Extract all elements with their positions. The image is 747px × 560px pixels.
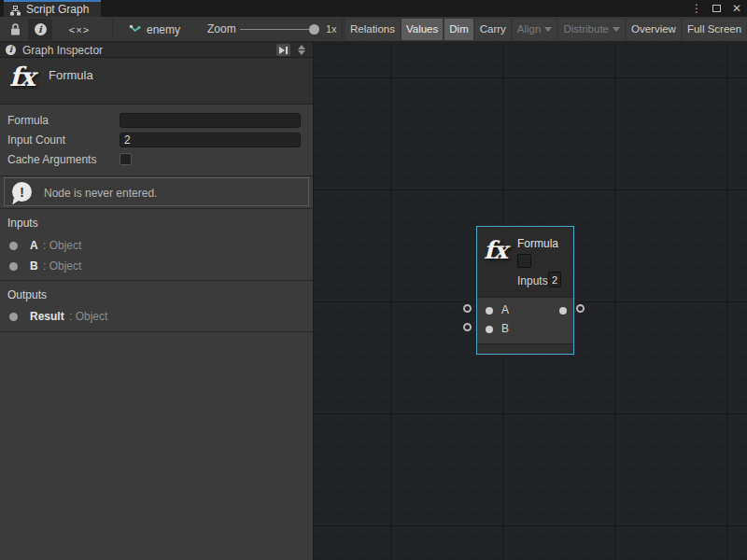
warning-bubble-icon: ! [12,182,32,202]
inspector-header-bar: i Graph Inspector [0,42,313,58]
inputs-section: Inputs A : Object B : Object [0,209,313,281]
arrow-down-icon [298,50,305,55]
distribute-label: Distribute [563,19,609,40]
menu-kebab-icon[interactable]: ⋮ [690,0,703,17]
zoom-value-label: 1x [326,17,337,42]
input-port-a-label: A [501,303,509,316]
formula-node[interactable]: fx Formula Inputs 2 A B [476,226,574,355]
warning-zone: ! Node is never entered. [0,176,313,209]
node-inputs-label: Inputs [517,274,548,287]
distribute-button[interactable]: Distribute [558,19,625,40]
toolbar-separator [112,19,113,40]
zoom-slider-handle[interactable] [309,24,319,35]
cache-arguments-label: Cache Arguments [7,153,96,166]
toolbar-mode-buttons: Relations Values Dim Carry Align Distrib… [345,19,746,40]
input-count-label: Input Count [7,133,65,147]
close-icon[interactable]: ✕ [730,0,743,17]
graph-reference[interactable]: enemy [129,19,180,40]
toolbar-separator [342,19,343,40]
input-count-field-row: Input Count [0,131,313,150]
zoom-slider-track[interactable] [240,29,315,30]
port-dot-icon [9,313,18,321]
graph-icon [10,6,21,16]
inspector-title: Graph Inspector [22,44,103,57]
overview-button[interactable]: Overview [627,19,681,40]
input-port-a-icon[interactable] [486,307,493,315]
formula-node-footer [477,343,573,354]
inputs-header: Inputs [7,217,38,230]
port-name: B [30,259,38,273]
input-port-b-icon[interactable] [486,326,493,333]
tab-title: Script Graph [26,3,89,16]
cache-arguments-field-row: Cache Arguments [0,150,313,170]
cache-arguments-checkbox[interactable] [120,153,132,165]
window-controls: ⋮ ✕ [690,0,743,17]
port-connector-ring-result[interactable] [576,304,585,313]
graph-name-label: enemy [147,23,180,36]
port-type: : Object [43,239,81,252]
input-port-row-a: A : Object [0,237,313,254]
input-count-input[interactable] [120,133,301,147]
output-port-row-result: Result : Object [0,308,313,325]
output-port-result-icon[interactable] [559,307,567,315]
dock-icon [278,46,289,55]
graph-canvas[interactable]: fx Formula Inputs 2 A B [313,42,747,560]
input-port-b-label: B [501,322,509,335]
formula-node-ports: A B [477,297,573,343]
relations-button[interactable]: Relations [345,19,400,40]
port-connector-ring-a[interactable] [463,304,472,313]
port-type: : Object [69,310,107,323]
node-inputs-count-input[interactable]: 2 [548,272,561,287]
info-icon: i [35,23,47,35]
full-screen-button[interactable]: Full Screen [683,19,746,40]
formula-input[interactable] [120,113,301,128]
port-connector-ring-b[interactable] [463,323,472,331]
lock-icon [10,23,21,35]
port-type: : Object [43,259,81,273]
inspector-empty-area [0,332,313,560]
formula-field-label: Formula [7,114,49,127]
chevron-down-icon [544,27,552,32]
zoom-label: Zoom [207,17,236,42]
dim-button[interactable]: Dim [444,19,472,40]
formula-fx-icon: fx [9,62,35,92]
chevron-down-icon [613,27,620,32]
maximize-icon[interactable] [712,5,721,12]
unit-title: Formula [49,68,93,82]
graph-toolbar: i <×> enemy Zoom 1x Relations Values Dim… [0,17,747,42]
formula-field-row: Formula [0,111,313,131]
node-title: Formula [517,237,558,250]
align-label: Align [517,19,542,40]
formula-node-header: fx Formula Inputs 2 [477,227,573,297]
warning-text: Node is never entered. [44,187,157,200]
outputs-header: Outputs [7,288,47,301]
port-dot-icon [9,242,18,250]
node-formula-input[interactable] [517,254,531,268]
carry-button[interactable]: Carry [475,19,511,40]
warning-box: ! Node is never entered. [4,177,309,206]
tab-script-graph[interactable]: Script Graph [4,0,101,17]
arrow-up-icon [298,45,305,49]
align-button[interactable]: Align [513,19,557,40]
values-button[interactable]: Values [402,19,443,40]
lock-button[interactable] [4,19,26,40]
window-tab-bar: Script Graph ⋮ ✕ [0,0,747,17]
port-name: A [30,239,38,252]
collapse-spinner[interactable] [296,43,307,57]
formula-fx-icon: fx [484,236,507,264]
input-port-row-b: B : Object [0,258,313,274]
graph-inspector-panel: i Graph Inspector fx Formula Formula Inp… [0,42,313,560]
port-name: Result [30,310,64,323]
unit-fields: Formula Input Count Cache Arguments [0,105,313,176]
outputs-section: Outputs Result : Object [0,281,313,332]
code-view-button[interactable]: <×> [61,19,98,40]
selected-unit-header: fx Formula [0,58,313,105]
graph-reference-icon [129,24,141,35]
inspector-toggle-button[interactable]: i [28,19,52,40]
info-icon: i [6,45,16,55]
dock-button[interactable] [276,44,290,56]
port-dot-icon [9,262,18,271]
